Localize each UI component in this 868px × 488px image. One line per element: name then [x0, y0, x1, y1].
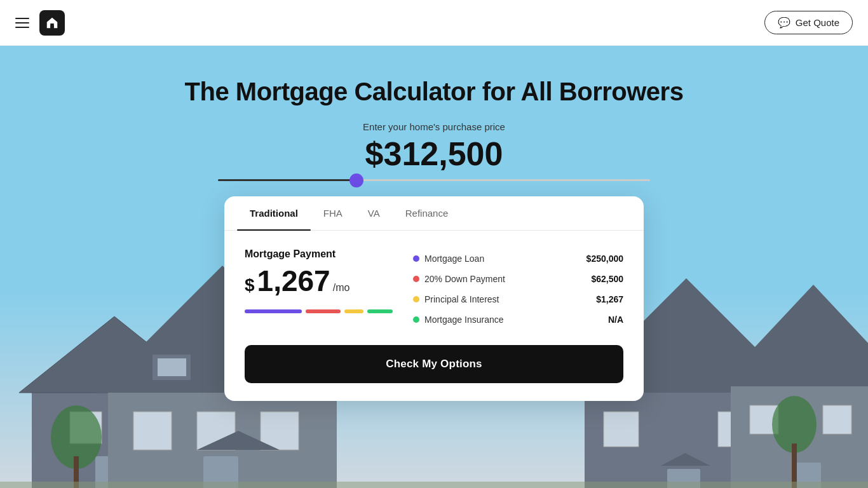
color-bars — [245, 309, 393, 313]
payment-amount: $ 1,267 /mo — [245, 264, 393, 298]
breakdown-value: $62,500 — [591, 274, 623, 284]
color-bar — [306, 309, 341, 313]
svg-rect-37 — [0, 482, 868, 488]
breakdown-row: 20% Down Payment$62,500 — [413, 269, 623, 289]
tab-refinance[interactable]: Refinance — [393, 196, 461, 230]
home-logo-icon — [39, 10, 65, 36]
purchase-price: $312,500 — [365, 135, 503, 173]
hero-section: The Mortgage Calculator for All Borrower… — [0, 46, 868, 488]
breakdown-dot — [413, 316, 419, 323]
calculator-card: Traditional FHA VA Refinance Mortgage Pa… — [224, 196, 644, 401]
breakdown-row: Mortgage InsuranceN/A — [413, 309, 623, 330]
chat-icon: 💬 — [778, 17, 790, 29]
svg-rect-10 — [133, 412, 172, 450]
breakdown-dot — [413, 255, 419, 262]
svg-rect-24 — [604, 412, 639, 447]
payment-label: Mortgage Payment — [245, 248, 393, 260]
get-quote-label: Get Quote — [796, 17, 839, 28]
breakdown-dot — [413, 276, 419, 282]
color-bar — [245, 309, 302, 313]
dollar-sign: $ — [245, 275, 255, 295]
svg-rect-36 — [792, 444, 797, 488]
cta-section: Check My Options — [224, 345, 644, 401]
tab-fha[interactable]: FHA — [311, 196, 355, 230]
breakdown-dot — [413, 296, 419, 302]
breakdown-row: Mortgage Loan$250,000 — [413, 248, 623, 269]
card-body: Mortgage Payment $ 1,267 /mo Mortgage Lo… — [224, 231, 644, 345]
breakdown-row: Principal & Interest$1,267 — [413, 289, 623, 309]
color-bar — [367, 309, 393, 313]
color-bar — [344, 309, 363, 313]
get-quote-button[interactable]: 💬 Get Quote — [764, 11, 853, 34]
tab-va[interactable]: VA — [355, 196, 393, 230]
hamburger-icon[interactable] — [15, 18, 29, 28]
loan-type-tabs: Traditional FHA VA Refinance — [224, 196, 644, 231]
hero-content: The Mortgage Calculator for All Borrower… — [0, 46, 868, 401]
payment-section: Mortgage Payment $ 1,267 /mo — [245, 248, 393, 330]
breakdown-section: Mortgage Loan$250,00020% Down Payment$62… — [413, 248, 623, 330]
breakdown-label: Mortgage Loan — [424, 254, 484, 264]
per-month: /mo — [333, 282, 350, 294]
svg-rect-31 — [823, 405, 851, 434]
svg-rect-0 — [50, 23, 54, 27]
nav-left — [15, 10, 65, 36]
hero-subtitle: Enter your home's purchase price — [363, 121, 505, 132]
page-title: The Mortgage Calculator for All Borrower… — [185, 78, 684, 106]
breakdown-value: N/A — [608, 315, 623, 325]
tab-traditional[interactable]: Traditional — [237, 196, 311, 230]
payment-value: 1,267 — [257, 264, 330, 298]
breakdown-label: Principal & Interest — [424, 294, 499, 304]
breakdown-label: 20% Down Payment — [424, 274, 505, 284]
breakdown-value: $250,000 — [587, 254, 623, 264]
navbar: 💬 Get Quote — [0, 0, 868, 46]
breakdown-value: $1,267 — [596, 294, 623, 304]
check-options-button[interactable]: Check My Options — [245, 345, 623, 383]
price-slider-container — [218, 179, 650, 181]
breakdown-label: Mortgage Insurance — [424, 315, 504, 325]
